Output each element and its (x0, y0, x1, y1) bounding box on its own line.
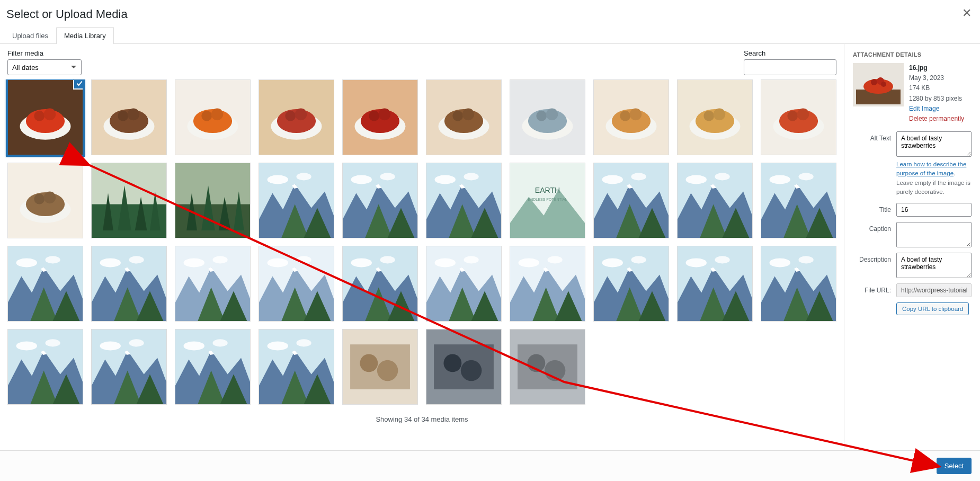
tab-upload-files[interactable]: Upload files (4, 27, 56, 44)
svg-point-93 (602, 175, 623, 184)
svg-point-3 (34, 111, 44, 121)
svg-point-128 (184, 259, 204, 268)
media-thumbnail[interactable] (91, 246, 167, 322)
media-thumbnail[interactable] (175, 329, 251, 405)
svg-point-217 (443, 354, 461, 372)
checkmark-icon (73, 79, 83, 90)
tab-media-library[interactable]: Media Library (56, 27, 114, 44)
media-thumbnail[interactable] (593, 246, 669, 322)
svg-point-170 (686, 259, 707, 268)
svg-point-192 (129, 339, 144, 346)
svg-point-218 (461, 360, 482, 381)
media-thumbnail[interactable] (91, 163, 167, 238)
svg-point-108 (799, 173, 814, 180)
search-input[interactable] (744, 59, 836, 75)
media-thumbnail[interactable] (91, 79, 167, 155)
svg-point-28 (452, 111, 463, 121)
media-thumbnail[interactable] (259, 79, 334, 155)
svg-text:EARTH: EARTH (535, 186, 560, 194)
svg-point-82 (435, 175, 456, 184)
media-thumbnail[interactable] (342, 79, 418, 155)
media-thumbnail[interactable] (259, 246, 334, 322)
media-thumbnail[interactable] (7, 163, 83, 238)
media-thumbnail[interactable] (593, 79, 669, 155)
media-thumbnail[interactable] (7, 246, 83, 322)
search-label: Search (744, 49, 836, 57)
media-thumbnail[interactable] (761, 163, 836, 238)
media-thumbnail[interactable] (426, 163, 502, 238)
media-thumbnail[interactable]: EARTH ENDLESS POTENTIAL (510, 163, 585, 238)
svg-point-39 (630, 109, 642, 121)
svg-point-115 (46, 256, 60, 263)
svg-point-156 (519, 259, 539, 268)
svg-point-136 (297, 256, 311, 263)
svg-point-178 (799, 256, 814, 263)
filter-date-select[interactable]: All dates (7, 59, 82, 75)
svg-point-9 (128, 109, 140, 121)
attachment-date: May 3, 2023 (909, 73, 964, 83)
svg-point-198 (184, 342, 204, 351)
media-thumbnail[interactable] (175, 246, 251, 322)
title-label: Title (853, 203, 891, 213)
svg-point-177 (770, 259, 790, 268)
alt-help-link[interactable]: Learn how to describe the purpose of the… (896, 161, 966, 176)
media-thumbnail[interactable] (510, 329, 585, 405)
media-thumbnail[interactable] (259, 329, 334, 405)
svg-point-114 (16, 259, 37, 268)
delete-permanently-link[interactable]: Delete permanently (909, 115, 964, 122)
svg-point-19 (295, 109, 307, 121)
media-thumbnail[interactable] (175, 79, 251, 155)
svg-point-33 (536, 111, 547, 121)
filter-media-label: Filter media (7, 49, 82, 57)
tabs: Upload files Media Library (0, 26, 980, 44)
media-thumbnail[interactable] (510, 79, 585, 155)
media-thumbnail[interactable] (426, 329, 502, 405)
media-thumbnail[interactable] (342, 163, 418, 238)
svg-point-206 (297, 339, 311, 346)
description-field[interactable]: A bowl of tasty strawberries (896, 253, 972, 278)
select-button[interactable]: Select (937, 458, 972, 474)
svg-point-185 (46, 339, 60, 346)
media-thumbnail[interactable] (593, 163, 669, 238)
media-thumbnail[interactable] (426, 79, 502, 155)
media-thumbnail[interactable] (426, 246, 502, 322)
media-thumbnail[interactable] (342, 329, 418, 405)
caption-label: Caption (853, 222, 891, 233)
modal-title: Select or Upload Media (6, 7, 969, 21)
caption-field[interactable] (896, 222, 972, 247)
file-url-field[interactable] (896, 283, 972, 297)
media-thumbnail[interactable] (677, 163, 753, 238)
media-thumbnail[interactable] (761, 79, 836, 155)
title-field[interactable] (896, 203, 972, 217)
svg-point-23 (369, 111, 379, 121)
svg-point-49 (797, 109, 809, 121)
close-icon[interactable]: ✕ (962, 6, 972, 20)
media-thumbnail[interactable] (91, 329, 167, 405)
svg-point-150 (464, 256, 479, 263)
alt-text-field[interactable]: A bowl of tasty strawberries (896, 131, 972, 157)
svg-point-107 (770, 175, 790, 184)
file-url-label: File URL: (853, 283, 891, 294)
media-grid: EARTH ENDLESS POTENTIAL (7, 79, 836, 405)
svg-point-43 (703, 111, 714, 121)
svg-point-76 (380, 173, 395, 180)
media-thumbnail[interactable] (677, 79, 753, 155)
attachment-filesize: 174 KB (909, 83, 964, 93)
copy-url-button[interactable]: Copy URL to clipboard (896, 302, 969, 315)
svg-point-142 (351, 259, 372, 268)
media-thumbnail[interactable] (342, 246, 418, 322)
svg-point-44 (714, 109, 726, 121)
svg-point-69 (297, 173, 311, 180)
svg-point-94 (631, 173, 646, 180)
media-thumbnail[interactable] (761, 246, 836, 322)
edit-image-link[interactable]: Edit Image (909, 105, 939, 112)
media-thumbnail[interactable] (510, 246, 585, 322)
media-thumbnail[interactable] (175, 163, 251, 238)
media-thumbnail[interactable] (677, 246, 753, 322)
svg-point-48 (787, 111, 798, 121)
status-line: Showing 34 of 34 media items (7, 405, 836, 429)
svg-point-164 (631, 256, 646, 263)
media-thumbnail[interactable] (259, 163, 334, 238)
media-thumbnail[interactable] (7, 79, 83, 155)
media-thumbnail[interactable] (7, 329, 83, 405)
